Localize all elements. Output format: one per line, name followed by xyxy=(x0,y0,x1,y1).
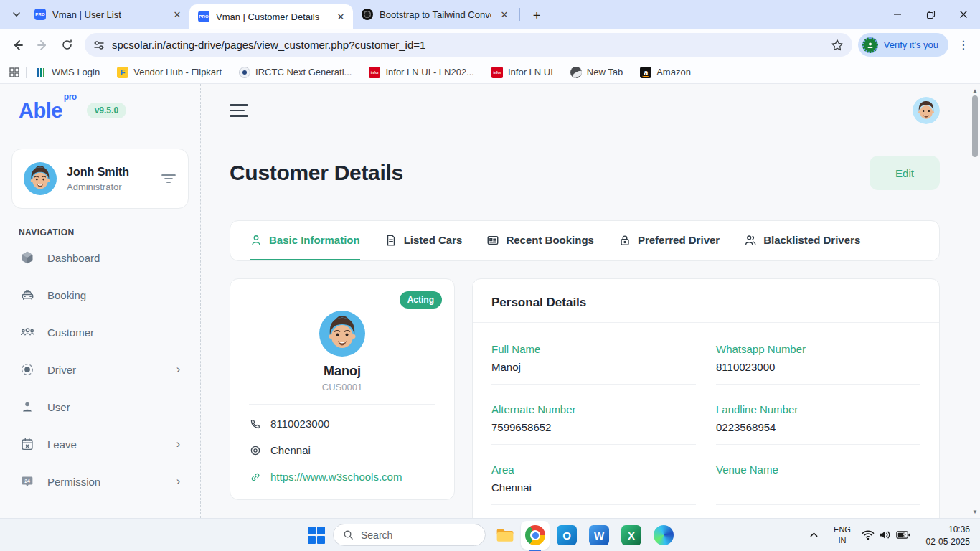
language-indicator[interactable]: ENG IN xyxy=(831,524,854,546)
edge-button[interactable] xyxy=(654,525,674,545)
field-value: 0223568954 xyxy=(716,421,920,434)
verify-its-you-button[interactable]: Verify it's you xyxy=(858,33,948,57)
field-value xyxy=(716,481,920,494)
sidebar-item-user[interactable]: User xyxy=(11,388,189,425)
new-tab-button[interactable]: ＋ xyxy=(527,5,546,24)
bookmark-infor-ln202[interactable]: infor Infor LN UI - LN202... xyxy=(369,67,474,78)
close-button[interactable] xyxy=(947,0,980,29)
chevron-up-icon xyxy=(809,530,819,540)
sidebar-item-driver[interactable]: Driver › xyxy=(11,351,189,388)
tab-title: Bootstrap to Tailwind Conversio xyxy=(380,9,491,20)
section-title: Personal Details xyxy=(473,279,939,322)
tab-customer-details[interactable]: PRO Vman | Customer Details ✕ xyxy=(189,4,353,29)
irctc-icon xyxy=(239,67,250,78)
address-bar[interactable]: spcsolar.in/acting-drive/pages/view_cust… xyxy=(85,33,852,57)
bookmark-amazon[interactable]: a Amazon xyxy=(640,67,691,78)
start-button[interactable] xyxy=(307,526,326,545)
file-explorer-button[interactable] xyxy=(495,525,515,545)
excel-button[interactable]: X xyxy=(621,525,641,545)
field-full-name: Full Name Manoj xyxy=(491,343,696,385)
bookmark-label: Infor LN UI xyxy=(508,67,553,77)
field-label: Whatsapp Number xyxy=(716,343,920,355)
header-avatar[interactable] xyxy=(913,97,940,124)
taskbar-search[interactable]: Search xyxy=(333,524,486,546)
tab-label: Blacklisted Drivers xyxy=(763,234,860,246)
forward-icon xyxy=(36,39,49,52)
back-button[interactable] xyxy=(6,33,30,57)
sidebar-item-dashboard[interactable]: Dashboard xyxy=(11,239,189,276)
folder-icon xyxy=(495,525,515,545)
tab-recent-bookings[interactable]: Recent Bookings xyxy=(486,221,594,260)
sidebar-item-leave[interactable]: Leave › xyxy=(11,425,189,463)
bookmark-wms-login[interactable]: WMS Login xyxy=(35,67,100,78)
apps-grid-icon[interactable] xyxy=(9,67,20,78)
version-badge: v9.5.0 xyxy=(87,103,126,118)
tab-preferred-driver[interactable]: Preferred Driver xyxy=(618,221,720,260)
bookmark-label: WMS Login xyxy=(52,67,100,77)
search-icon xyxy=(343,529,354,540)
cube-icon xyxy=(19,250,36,265)
outlook-button[interactable]: O xyxy=(557,525,577,545)
tab-separator xyxy=(519,8,520,21)
tray-expand-button[interactable] xyxy=(809,530,819,540)
page-title: Customer Details xyxy=(230,161,403,185)
tab-close-icon[interactable]: ✕ xyxy=(498,8,511,21)
chevron-right-icon: › xyxy=(176,364,180,375)
scroll-down-icon[interactable]: ▼ xyxy=(970,507,980,517)
bookmark-irctc[interactable]: IRCTC Next Generati... xyxy=(239,67,352,78)
sidebar-item-booking[interactable]: Booking xyxy=(11,276,189,314)
customer-phone-row: 8110023000 xyxy=(249,410,435,437)
scrollbar-thumb[interactable] xyxy=(972,95,978,157)
tab-user-list[interactable]: PRO Vman | User List ✕ xyxy=(26,0,189,29)
field-alternate-number: Alternate Number 7599658652 xyxy=(491,403,696,445)
browser-menu-button[interactable]: ⋮ xyxy=(953,34,974,56)
brand-name: Ablepro xyxy=(19,99,75,123)
bookmark-vendor-hub[interactable]: F Vendor Hub - Flipkart xyxy=(117,67,222,78)
customer-website-row[interactable]: https://www.w3schools.com xyxy=(249,463,435,490)
lock-icon xyxy=(618,234,631,247)
battery-tray-button[interactable] xyxy=(896,530,910,540)
minimize-button[interactable] xyxy=(881,0,914,29)
personal-details-grid: Full Name Manoj Whatsapp Number 81100230… xyxy=(473,323,939,524)
edit-button[interactable]: Edit xyxy=(870,156,940,190)
tab-search-button[interactable] xyxy=(7,5,26,24)
customer-website-link[interactable]: https://www.w3schools.com xyxy=(270,471,402,483)
chrome-taskbar-button[interactable] xyxy=(521,521,550,550)
customer-profile-card: Acting Manoj CUS0001 xyxy=(230,278,455,500)
clock-date: 02-05-2025 xyxy=(926,536,970,548)
tab-blacklisted-drivers[interactable]: Blacklisted Drivers xyxy=(744,221,860,260)
tab-listed-cars[interactable]: Listed Cars xyxy=(385,221,463,260)
bookmark-new-tab[interactable]: New Tab xyxy=(570,67,623,78)
menu-toggle-icon[interactable] xyxy=(230,104,248,117)
brand-logo[interactable]: Ablepro v9.5.0 xyxy=(11,84,189,137)
tab-bootstrap-tailwind[interactable]: Bootstrap to Tailwind Conversio ✕ xyxy=(353,0,517,29)
filter-icon[interactable] xyxy=(161,172,176,185)
reload-button[interactable] xyxy=(55,33,79,57)
wms-icon xyxy=(35,67,47,78)
tab-close-icon[interactable]: ✕ xyxy=(171,8,184,21)
word-button[interactable]: W xyxy=(589,525,609,545)
customer-code: CUS0001 xyxy=(230,382,454,392)
field-value: Manoj xyxy=(491,361,696,374)
clock[interactable]: 10:36 02-05-2025 xyxy=(926,524,970,548)
bookmarks-bar: WMS Login F Vendor Hub - Flipkart IRCTC … xyxy=(0,61,980,84)
minimize-icon xyxy=(893,10,902,19)
volume-tray-button[interactable] xyxy=(879,529,891,540)
bookmark-infor-ln-ui[interactable]: infor Infor LN UI xyxy=(491,67,553,78)
sidebar-item-customer[interactable]: Customer xyxy=(11,314,189,351)
user-info: Jonh Smith Administrator xyxy=(67,166,129,192)
tab-label: Preferred Driver xyxy=(638,234,720,246)
bookmark-star-icon[interactable] xyxy=(831,39,844,52)
restore-button[interactable] xyxy=(914,0,947,29)
field-venue-name: Venue Name xyxy=(716,463,920,505)
user-avatar xyxy=(24,162,57,195)
person-icon xyxy=(19,399,36,415)
scroll-up-icon[interactable]: ▲ xyxy=(970,85,980,95)
sidebar-item-permission[interactable]: 24 Permission › xyxy=(11,463,189,500)
page-scrollbar[interactable]: ▲ ▼ xyxy=(970,84,980,518)
wifi-tray-button[interactable] xyxy=(862,529,875,540)
forward-button[interactable] xyxy=(30,33,55,57)
tab-close-icon[interactable]: ✕ xyxy=(334,10,347,23)
sidebar-user-card[interactable]: Jonh Smith Administrator xyxy=(11,149,189,209)
tab-basic-information[interactable]: Basic Information xyxy=(250,221,360,260)
